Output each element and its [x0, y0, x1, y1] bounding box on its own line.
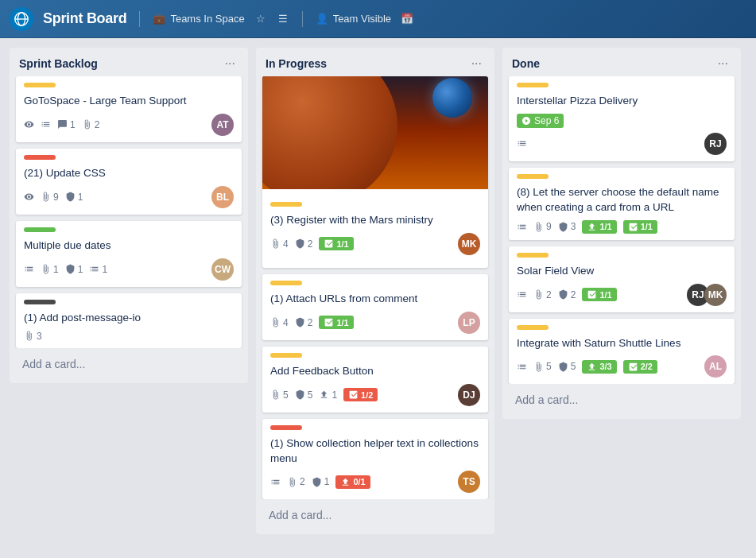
- card-label-bar: [517, 325, 549, 330]
- card[interactable]: (1) Add post-message-io3: [16, 293, 242, 348]
- meta-checklist_green: 1/1: [582, 288, 616, 301]
- meta-count: 1: [53, 264, 59, 275]
- cards-container: GoToSpace - Large Team Support12AT(21) U…: [10, 76, 248, 348]
- card[interactable]: Add Feedback Button5511/2DJ: [262, 347, 488, 413]
- meta-paperclip: 1: [41, 264, 59, 275]
- card-title: Interstellar Pizza Delivery: [517, 94, 727, 109]
- card-title: (3) Register with the Mars ministry: [270, 213, 480, 228]
- board: Sprint Backlog···GoToSpace - Large Team …: [0, 38, 756, 558]
- card-meta-row: 91BL: [24, 186, 234, 208]
- menu-icon[interactable]: ☰: [277, 13, 289, 25]
- board-title: Sprint Board: [43, 10, 126, 27]
- star-icon[interactable]: ☆: [254, 13, 267, 25]
- card-label-bar: [24, 155, 56, 160]
- briefcase-icon: 💼: [153, 13, 165, 25]
- card-meta-row: 5511/2DJ: [270, 384, 480, 406]
- upload-badge-green: 3/3: [582, 360, 616, 374]
- column-backlog: Sprint Backlog···GoToSpace - Large Team …: [10, 48, 248, 383]
- card-avatar: AL: [704, 355, 727, 378]
- card-avatar: MK: [704, 284, 727, 306]
- card-meta-left: 5511/2: [270, 388, 378, 401]
- card-date-row: Sep 6: [517, 114, 727, 128]
- person-icon: 👤: [316, 13, 328, 25]
- card-meta-left: [517, 138, 527, 149]
- team-name-btn[interactable]: 💼 Teams In Space: [153, 13, 244, 25]
- meta-paperclip: 5: [270, 389, 289, 401]
- card[interactable]: Solar Field View221/1RJMK: [509, 246, 735, 312]
- meta-shield: 1: [65, 264, 83, 275]
- visibility-btn[interactable]: 👤 Team Visible: [316, 13, 391, 25]
- card-label-bar: [24, 227, 56, 232]
- meta-paperclip: 9: [533, 221, 552, 232]
- card-label-bar: [270, 202, 302, 207]
- column-menu-btn[interactable]: ···: [468, 56, 485, 72]
- column-done: Done···Interstellar Pizza DeliverySep 6R…: [502, 48, 741, 419]
- date-badge: Sep 6: [517, 114, 564, 128]
- card[interactable]: Multiple due dates111CW: [16, 221, 242, 287]
- add-card-btn[interactable]: Add a card...: [262, 502, 488, 528]
- meta-count: 2: [571, 289, 576, 300]
- card-meta-left: 421/1: [270, 316, 354, 329]
- checklist-badge-green: 1/1: [623, 220, 657, 234]
- meta-count: 2: [300, 476, 305, 487]
- meta-checklist_red: 1/2: [343, 388, 378, 401]
- meta-list: [270, 477, 281, 487]
- card[interactable]: (3) Register with the Mars ministry421/1…: [262, 76, 488, 268]
- meta-shield: 1: [65, 192, 83, 203]
- meta-shield: 5: [558, 361, 576, 372]
- calendar-icon[interactable]: 📅: [401, 13, 413, 25]
- card[interactable]: Interstellar Pizza DeliverySep 6RJ: [509, 76, 735, 161]
- card[interactable]: (1) Attach URLs from comment421/1LP: [262, 274, 488, 340]
- card-inner: (3) Register with the Mars ministry421/1…: [262, 196, 488, 262]
- card-meta-row: 931/11/1: [517, 220, 727, 234]
- meta-paperclip: 2: [82, 119, 100, 130]
- card-title: (21) Update CSS: [24, 166, 234, 181]
- meta-count: 1: [324, 476, 330, 487]
- meta-paperclip: 4: [270, 317, 289, 328]
- card-avatar: LP: [458, 312, 480, 334]
- column-title: Sprint Backlog: [19, 57, 98, 70]
- team-name-label: Teams In Space: [170, 13, 244, 25]
- card-meta-row: 553/32/2AL: [517, 355, 727, 378]
- column-title: In Progress: [266, 57, 327, 70]
- column-header: In Progress···: [256, 48, 494, 76]
- meta-paperclip: 2: [533, 289, 552, 300]
- meta-count: 5: [571, 361, 576, 372]
- card[interactable]: (21) Update CSS91BL: [16, 149, 242, 215]
- meta-paperclip: 9: [41, 192, 59, 203]
- header-divider-2: [302, 11, 303, 27]
- card-meta-left: 931/11/1: [517, 220, 657, 234]
- meta-count: 5: [308, 389, 313, 401]
- card[interactable]: GoToSpace - Large Team Support12AT: [16, 76, 242, 142]
- meta-count: 3: [571, 221, 576, 232]
- add-card-btn[interactable]: Add a card...: [16, 351, 242, 377]
- meta-count: 5: [283, 389, 289, 401]
- card[interactable]: Integrate with Saturn Shuttle Lines553/3…: [509, 319, 735, 385]
- card-meta-row: 421/1MK: [270, 233, 480, 255]
- meta-count: 3: [37, 331, 42, 342]
- card-meta-row: 3: [24, 331, 234, 342]
- card[interactable]: (1) Show collection helper text in colle…: [262, 419, 488, 500]
- meta-count: 1: [70, 119, 76, 130]
- add-card-btn[interactable]: Add a card...: [509, 387, 735, 413]
- meta-shield: 2: [558, 289, 576, 300]
- card-label-bar: [270, 353, 302, 358]
- column-menu-btn[interactable]: ···: [222, 56, 238, 72]
- column-in-progress: In Progress··· (3) Register with the Mar…: [256, 48, 494, 534]
- card-meta-left: 111: [24, 264, 107, 275]
- card-title: Integrate with Saturn Shuttle Lines: [517, 336, 727, 351]
- meta-paperclip: 4: [270, 238, 289, 250]
- meta-upload_red: 0/1: [335, 475, 370, 489]
- card-title: (1) Add post-message-io: [24, 311, 234, 326]
- avatar-group: RJMK: [687, 284, 727, 306]
- meta-count: 4: [283, 317, 289, 328]
- meta-shield: 5: [295, 389, 313, 401]
- upload-count: 1: [331, 389, 337, 401]
- column-menu-btn[interactable]: ···: [715, 56, 731, 72]
- checklist-badge-green: 1/1: [319, 237, 353, 250]
- card[interactable]: (8) Let the server choose the default na…: [509, 168, 735, 240]
- card-meta-left: 3: [24, 331, 42, 342]
- card-meta-left: 553/32/2: [517, 360, 657, 374]
- card-title: Add Feedback Button: [270, 364, 480, 379]
- card-meta-left: 91: [24, 192, 83, 203]
